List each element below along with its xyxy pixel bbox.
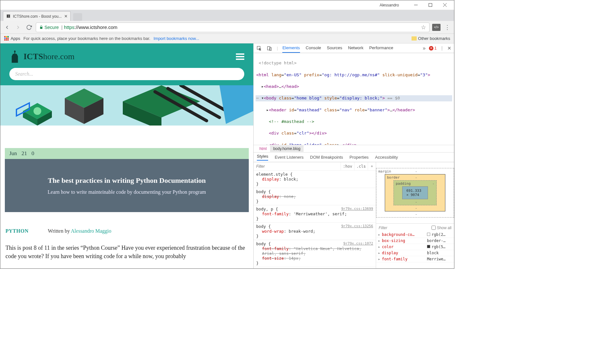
box-model-content: 691.333 × 9074 <box>402 186 428 199</box>
styles-tab-styles[interactable]: Styles <box>257 154 268 161</box>
secure-badge: Secure <box>39 25 59 30</box>
browser-tab[interactable]: 🅸 ICTShore.com - Boost you... ✕ <box>3 11 71 21</box>
dom-breadcrumb[interactable]: html body.home.blog <box>254 145 454 153</box>
bookmarks-bar: Apps For quick access, place your bookma… <box>0 34 454 43</box>
maximize-button[interactable] <box>423 0 438 10</box>
svg-rect-1 <box>429 4 432 7</box>
styles-pane: :hov .cls ＋ element.style {display: bloc… <box>254 162 376 268</box>
devtools-toolbar: | Elements Console Sources Network Perfo… <box>254 43 454 53</box>
tab-title: ICTShore.com - Boost you... <box>13 14 64 19</box>
devtools-menu-icon[interactable]: ⋮ <box>440 46 444 51</box>
post-month: Jun <box>9 150 17 157</box>
device-toggle-icon[interactable] <box>267 45 272 51</box>
hamburger-menu-icon[interactable] <box>236 52 244 61</box>
styles-tab-dom-bp[interactable]: DOM Breakpoints <box>310 155 343 160</box>
styles-tab-listeners[interactable]: Event Listeners <box>275 155 304 160</box>
content-area: ICTShore.com Search... <box>0 43 454 268</box>
post-day: 21 <box>22 150 27 157</box>
lock-icon <box>39 25 43 29</box>
tab-strip: 🅸 ICTShore.com - Boost you... ✕ <box>0 10 454 21</box>
hov-toggle[interactable]: :hov <box>341 162 354 170</box>
post-date-strip: Jun 21 0 <box>5 148 249 159</box>
feature-title: The best practices in writing Python Doc… <box>48 176 206 185</box>
styles-filter-input[interactable] <box>254 164 341 169</box>
post-category[interactable]: PYTHON <box>5 228 28 234</box>
browser-toolbar: Secure | https ://www.ictshore.com ☆ </>… <box>0 21 454 34</box>
more-tabs-icon[interactable]: » <box>423 45 426 51</box>
close-tab-icon[interactable]: ✕ <box>64 14 68 19</box>
address-bar[interactable]: Secure | https ://www.ictshore.com ☆ <box>36 23 430 32</box>
feature-card[interactable]: The best practices in writing Python Doc… <box>5 159 249 212</box>
apps-grid-icon <box>4 36 9 41</box>
browser-menu-icon[interactable]: ⋮ <box>443 23 451 32</box>
styles-tab-row: Styles Event Listeners DOM Breakpoints P… <box>254 153 454 162</box>
feature-subtitle: Learn how to write mainteinable code by … <box>48 189 206 195</box>
extension-icon[interactable]: </> <box>432 24 441 31</box>
site-logo-icon <box>9 50 20 63</box>
minimize-button[interactable] <box>409 0 423 10</box>
show-all-checkbox[interactable] <box>432 226 436 230</box>
close-window-button[interactable] <box>438 0 452 10</box>
computed-list[interactable]: ▸background-co…rgb(2…▸box-sizingborder-…… <box>376 232 454 268</box>
post-byline: Written by Alessandro Maggio <box>48 228 111 234</box>
styles-rules-list[interactable]: element.style {display: block;}…body {di… <box>254 171 376 268</box>
error-indicator[interactable]: ✕1 <box>429 46 437 51</box>
other-bookmarks-folder[interactable]: Other bookmarks <box>412 36 450 41</box>
forward-button[interactable] <box>14 23 22 32</box>
post-excerpt: This is post 8 of 11 in the series “Pyth… <box>5 244 248 260</box>
tab-network[interactable]: Network <box>348 43 364 53</box>
browser-window: Alessandro 🅸 ICTShore.com - Boost you...… <box>0 0 454 269</box>
import-bookmarks-link[interactable]: Import bookmarks now... <box>153 36 199 41</box>
close-devtools-icon[interactable]: ✕ <box>447 45 451 51</box>
back-button[interactable] <box>3 23 11 32</box>
tab-sources[interactable]: Sources <box>327 43 342 53</box>
profile-name[interactable]: Alessandro <box>380 3 399 7</box>
svg-point-4 <box>14 51 15 52</box>
inspect-element-icon[interactable] <box>256 45 262 51</box>
styles-tab-props[interactable]: Properties <box>350 155 369 160</box>
webpage: ICTShore.com Search... <box>0 43 253 268</box>
hero-image <box>0 85 253 126</box>
new-tab-button[interactable] <box>73 13 82 21</box>
computed-filter-label[interactable]: Filter <box>379 226 387 230</box>
svg-point-9 <box>34 107 41 115</box>
site-name: ICTShore.com <box>24 52 74 61</box>
box-model[interactable]: -- -- -- 691.333 × 9074 <box>376 162 454 223</box>
cls-toggle[interactable]: .cls <box>354 162 368 170</box>
tab-console[interactable]: Console <box>306 43 321 53</box>
devtools-tabs: Elements Console Sources Network Perform… <box>282 43 393 53</box>
crumb-body[interactable]: body.home.blog <box>270 145 304 152</box>
author-link[interactable]: Alessandro Maggio <box>71 228 112 234</box>
url-host: ://www.ictshore.com <box>74 24 117 30</box>
site-header: ICTShore.com Search... <box>0 43 253 85</box>
tab-performance[interactable]: Performance <box>369 43 393 53</box>
devtools-panel: | Elements Console Sources Network Perfo… <box>253 43 454 268</box>
folder-icon <box>412 36 417 41</box>
tab-elements[interactable]: Elements <box>282 43 300 53</box>
window-titlebar: Alessandro <box>0 0 454 10</box>
post-comment-count[interactable]: 0 <box>32 150 34 157</box>
apps-shortcut[interactable]: Apps <box>4 36 20 41</box>
add-rule-icon[interactable]: ＋ <box>368 162 376 170</box>
reload-button[interactable] <box>25 23 33 32</box>
crumb-html[interactable]: html <box>256 145 270 152</box>
styles-tab-a11y[interactable]: Accessibility <box>375 155 398 160</box>
favicon-icon: 🅸 <box>6 14 11 19</box>
bookmark-star-icon[interactable]: ☆ <box>421 24 426 31</box>
dom-tree[interactable]: <!doctype html> <html lang="en-US" prefi… <box>254 53 454 145</box>
url-protocol: https <box>64 24 74 30</box>
bookmarks-hint: For quick access, place your bookmarks h… <box>24 36 150 41</box>
computed-pane: -- -- -- 691.333 × 9074 Filter Show <box>376 162 454 268</box>
site-search-input[interactable]: Search... <box>9 68 244 80</box>
